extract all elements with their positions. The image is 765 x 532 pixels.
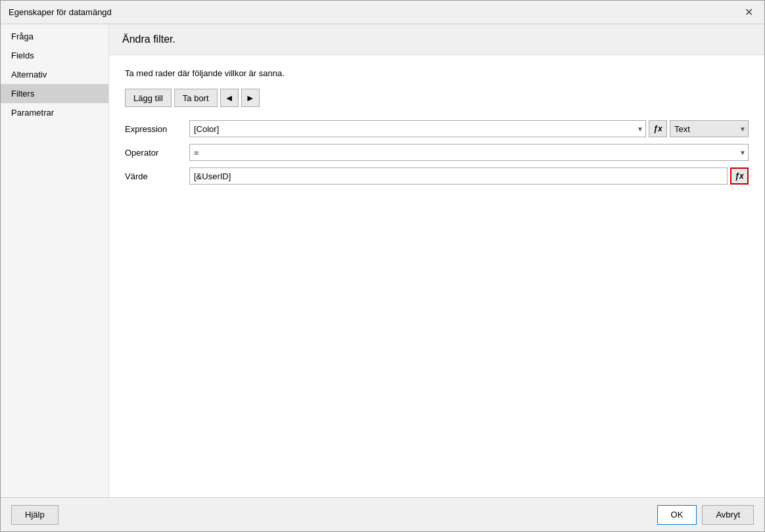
filter-form: Expression [Color] ▼ ƒx Text <box>125 120 749 185</box>
dialog-title: Egenskaper för datamängd <box>9 7 112 17</box>
dialog-window: Egenskaper för datamängd ✕ Fråga Fields … <box>0 0 765 532</box>
expression-fx-button[interactable]: ƒx <box>649 120 667 137</box>
expression-label: Expression <box>125 124 184 134</box>
section-title: Ändra filter. <box>122 33 175 45</box>
operator-label: Operator <box>125 148 184 158</box>
arrow-right-icon: ► <box>246 93 255 103</box>
remove-button[interactable]: Ta bort <box>174 89 218 107</box>
sidebar-item-parametrar[interactable]: Parametrar <box>1 103 108 122</box>
section-header: Ändra filter. <box>109 24 764 55</box>
expression-select[interactable]: [Color] <box>189 120 646 137</box>
filter-toolbar: Lägg till Ta bort ◄ ► <box>125 89 749 107</box>
type-select[interactable]: Text <box>670 120 749 137</box>
sidebar-item-fields[interactable]: Fields <box>1 46 108 65</box>
dialog-body: Fråga Fields Alternativ Filters Parametr… <box>1 24 764 497</box>
type-select-wrapper: Text ▼ <box>670 120 749 137</box>
help-button[interactable]: Hjälp <box>11 505 58 525</box>
expression-row: [Color] ▼ ƒx Text ▼ <box>189 120 749 137</box>
instruction-text: Ta med rader där följande villkor är san… <box>125 68 749 78</box>
arrow-left-icon: ◄ <box>225 93 234 103</box>
value-input[interactable] <box>189 167 728 185</box>
footer-right: OK Avbryt <box>657 505 754 525</box>
dialog-footer: Hjälp OK Avbryt <box>1 497 764 531</box>
sidebar-item-fraga[interactable]: Fråga <box>1 27 108 46</box>
sidebar-item-alternativ[interactable]: Alternativ <box>1 65 108 84</box>
main-content: Ändra filter. Ta med rader där följande … <box>109 24 764 497</box>
expression-select-wrapper: [Color] ▼ <box>189 120 646 137</box>
sidebar-item-filters[interactable]: Filters <box>1 84 108 103</box>
sidebar: Fråga Fields Alternativ Filters Parametr… <box>1 24 109 497</box>
cancel-button[interactable]: Avbryt <box>702 505 754 525</box>
content-area: Ta med rader där följande villkor är san… <box>109 55 764 497</box>
close-button[interactable]: ✕ <box>741 5 756 20</box>
operator-select[interactable]: = <> < > <= >= LIKE IN <box>189 144 749 161</box>
title-bar: Egenskaper för datamängd ✕ <box>1 1 764 24</box>
arrow-right-button[interactable]: ► <box>241 89 260 107</box>
value-label: Värde <box>125 171 184 181</box>
operator-select-wrapper: = <> < > <= >= LIKE IN ▼ <box>189 144 749 161</box>
operator-row: = <> < > <= >= LIKE IN ▼ <box>189 144 749 161</box>
value-row: ƒx <box>189 167 749 185</box>
footer-left: Hjälp <box>11 505 58 525</box>
arrow-left-button[interactable]: ◄ <box>220 89 239 107</box>
value-fx-button[interactable]: ƒx <box>730 167 749 185</box>
add-button[interactable]: Lägg till <box>125 89 172 107</box>
ok-button[interactable]: OK <box>657 505 697 525</box>
